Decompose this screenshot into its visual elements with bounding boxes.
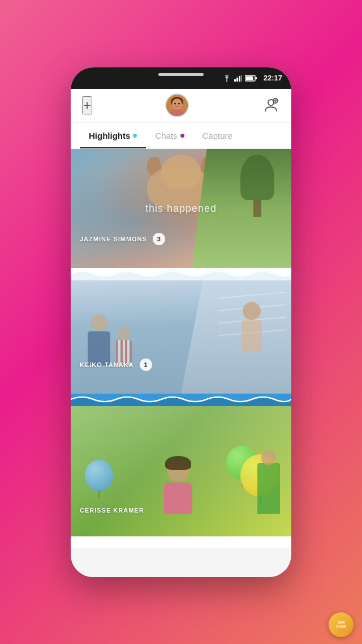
phone-notch: [158, 73, 204, 76]
app-header: +: [71, 89, 291, 123]
tree-trunk: [253, 200, 261, 217]
status-icons: 22:17: [222, 74, 282, 82]
girl-figure: [164, 459, 192, 514]
signal-icon: [234, 75, 242, 82]
child-head: [118, 327, 130, 340]
girl-body: [164, 483, 192, 514]
wave-separator-1: [71, 268, 291, 280]
avatar[interactable]: [165, 93, 189, 117]
wave-separator-2: [71, 394, 291, 406]
tab-highlights[interactable]: Highlights: [80, 123, 146, 148]
green-person: [257, 463, 280, 514]
tree-top: [240, 155, 274, 200]
status-bar: 22:17: [71, 67, 291, 89]
svg-point-12: [174, 103, 176, 105]
story-name-cerisse: CERISSE KRAMER: [80, 507, 144, 514]
story-name-jazmine: JAZMINE SIMMONS: [80, 236, 147, 242]
adult-head: [90, 314, 107, 331]
girl-head: [167, 459, 189, 481]
girl-hair: [165, 456, 191, 470]
tab-dot-chats: [180, 134, 184, 138]
story-count-keiko: 1: [140, 359, 152, 371]
watermark: 3DMGAME: [329, 612, 354, 637]
watermark-circle: 3DMGAME: [329, 612, 354, 637]
content-area: this happened JAZMINE SIMMONS 3: [71, 149, 291, 577]
add-button[interactable]: +: [82, 96, 92, 114]
balloon-blue: [85, 460, 113, 491]
card-label-keiko: KEIKO TANAKA 1: [80, 359, 152, 371]
svg-rect-4: [241, 75, 242, 82]
svg-rect-17: [242, 320, 262, 351]
story-count-jazmine: 3: [153, 233, 165, 245]
wave-svg-2: [71, 394, 291, 406]
story-card-cerisse[interactable]: CERISSE KRAMER: [71, 406, 291, 536]
stair-line-1: [218, 292, 286, 298]
svg-rect-6: [255, 77, 257, 79]
story-card-jazmine[interactable]: this happened JAZMINE SIMMONS 3: [71, 149, 291, 268]
wifi-icon: [222, 75, 231, 82]
profile-button[interactable]: [262, 96, 280, 114]
svg-point-0: [226, 80, 227, 82]
phone-device: 22:17 +: [71, 67, 291, 577]
overlay-text-jazmine: this happened: [145, 202, 217, 214]
watermark-text: 3DMGAME: [336, 621, 346, 628]
tab-capture[interactable]: Capture: [193, 123, 242, 148]
svg-point-10: [172, 99, 182, 110]
svg-point-13: [178, 103, 180, 105]
tree-shape: [235, 155, 280, 223]
svg-rect-3: [239, 76, 240, 82]
right-person: [235, 301, 269, 365]
avatar-image: [166, 95, 188, 116]
card-label-cerisse: CERISSE KRAMER: [80, 507, 144, 514]
tabs-bar: Highlights Chats Capture: [71, 123, 291, 149]
battery-icon: [245, 75, 257, 82]
wave-svg-1: [71, 268, 291, 280]
status-time: 22:17: [264, 74, 282, 82]
tab-dot-highlights: [133, 134, 137, 138]
svg-point-16: [243, 302, 261, 320]
story-card-keiko[interactable]: KEIKO TANAKA 1: [71, 280, 291, 394]
profile-icon: [263, 97, 279, 113]
people-area: [88, 314, 132, 365]
adult-person: [88, 314, 110, 365]
svg-rect-2: [236, 78, 238, 82]
svg-rect-7: [245, 76, 253, 80]
right-person-svg: [235, 301, 269, 363]
svg-rect-1: [234, 79, 236, 82]
story-name-keiko: KEIKO TANAKA: [80, 361, 134, 368]
card-label-jazmine: JAZMINE SIMMONS 3: [80, 233, 165, 245]
tab-chats[interactable]: Chats: [146, 123, 193, 148]
bottom-safe-area: [71, 536, 291, 548]
